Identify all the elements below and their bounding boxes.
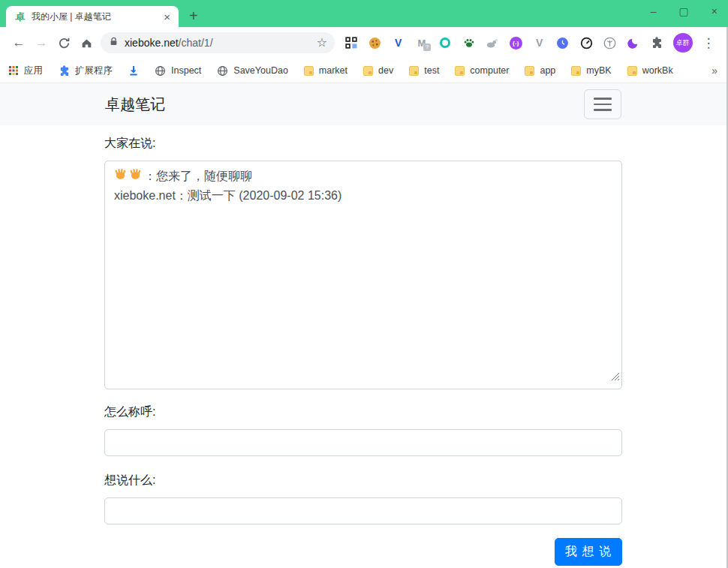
browser-toolbar: ← → xieboke.net/chat/1/ ☆ [0,27,726,59]
url-text[interactable]: xieboke.net/chat/1/ [125,37,213,49]
browser-menu-icon[interactable]: ⋮ [701,34,716,52]
lock-icon[interactable] [110,36,118,50]
folder-icon [627,66,637,76]
submit-button[interactable]: 我 想 说 [555,538,622,566]
palm-tree-extension-icon[interactable] [603,34,618,52]
window-controls: – ▢ × [651,4,717,19]
bookmark-download[interactable] [128,65,139,76]
clap-emoji [129,167,142,186]
speedometer-extension-icon[interactable] [579,34,594,52]
folder-icon [304,66,314,76]
site-brand[interactable]: 卓越笔记 [105,95,165,115]
bookmark-extensions[interactable]: 扩展程序 [59,65,113,77]
teal-ring-extension-icon[interactable] [438,34,453,52]
bookmarks-bar: 应用 扩展程序 Inspect SaveYouDao market dev te… [0,59,726,83]
globe-icon [155,65,166,77]
back-button[interactable]: ← [8,35,30,50]
chat-message: xieboke.net：测试一下 (2020-09-02 15:36) [114,186,612,206]
reload-button[interactable] [53,35,75,50]
v-blue-extension-icon[interactable]: V [391,34,406,52]
address-bar[interactable]: xieboke.net/chat/1/ ☆ [101,32,335,53]
bookmark-folder-workbk[interactable]: workBk [627,65,673,76]
profile-avatar[interactable]: 卓群 [673,33,693,53]
tab-close-icon[interactable]: × [161,11,173,23]
globe-icon [217,65,228,77]
browser-window: 卓 我的小屋 | 卓越笔记 × + – ▢ × ← → xie [0,0,728,568]
code-braces-purple-icon[interactable]: {-} [508,34,523,52]
hamburger-icon [594,98,612,99]
chat-log-textarea[interactable]: ：您来了，随便聊聊 xieboke.net：测试一下 (2020-09-02 1… [104,161,622,389]
apps-grid-icon [9,66,11,68]
site-navbar: 卓越笔记 [0,83,726,125]
clap-emoji [114,167,127,186]
chat-label: 大家在说: [104,136,622,152]
forward-button[interactable]: → [30,35,53,50]
folder-icon [363,66,373,76]
bookmark-folder-app[interactable]: app [525,65,555,76]
web-page: 卓越笔记 大家在说: [0,83,726,568]
bookmark-apps[interactable]: 应用 [9,65,43,77]
tab-favicon: 卓 [15,12,25,22]
main-content: 大家在说: ：您来了，随便聊聊 xieboke.net：测试一下 (2020-0… [93,125,633,566]
tab-title: 我的小屋 | 卓越笔记 [32,11,161,23]
bookmark-folder-test[interactable]: test [409,65,439,76]
folder-icon [525,66,534,76]
name-label: 怎么称呼: [104,404,622,420]
cookie-icon[interactable] [367,34,382,52]
bookmark-folder-market[interactable]: market [304,65,347,76]
bookmark-inspect[interactable]: Inspect [155,65,201,77]
message-label: 想说什么: [104,473,622,488]
home-button[interactable] [75,35,98,50]
folder-icon [455,66,465,76]
puzzle-extensions-icon[interactable] [649,34,664,52]
message-input[interactable] [104,497,622,524]
qr-scanner-icon[interactable] [344,34,359,52]
extensions-row: V M ? {-} V [344,33,716,53]
maximize-button[interactable]: ▢ [679,4,689,19]
close-button[interactable]: × [711,4,717,19]
bookmark-folder-dev[interactable]: dev [363,65,393,76]
bookmark-star-icon[interactable]: ☆ [317,37,327,49]
download-icon [128,65,139,76]
bookmark-folder-mybk[interactable]: myBK [571,65,611,76]
paw-extension-icon[interactable] [462,34,477,52]
moon-extension-icon[interactable] [626,34,641,52]
browser-tab[interactable]: 卓 我的小屋 | 卓越笔记 × [6,6,179,27]
v-gray-extension-icon[interactable]: V [532,34,547,52]
chat-message-text: xieboke.net：测试一下 (2020-09-02 15:36) [114,186,341,206]
mail-question-extension-icon[interactable]: M ? [414,34,429,52]
bird-extension-icon[interactable] [485,34,500,52]
puzzle-blue-icon [59,65,70,77]
clock-blue-extension-icon[interactable] [555,34,570,52]
new-tab-button[interactable]: + [189,8,198,23]
folder-icon [571,66,581,76]
titlebar: 卓 我的小屋 | 卓越笔记 × + – ▢ × [0,0,728,27]
chat-message: ：您来了，随便聊聊 [114,167,612,186]
folder-icon [409,66,419,76]
bookmarks-overflow-chevron[interactable]: » [711,65,717,77]
minimize-button[interactable]: – [651,4,657,19]
textarea-resize-handle[interactable] [611,368,620,387]
bookmark-saveyoudao[interactable]: SaveYouDao [217,65,288,77]
navbar-toggler-button[interactable] [584,89,621,119]
name-input[interactable] [104,429,622,456]
chat-message-text: ：您来了，随便聊聊 [144,167,252,186]
bookmark-folder-computer[interactable]: computer [455,65,509,76]
